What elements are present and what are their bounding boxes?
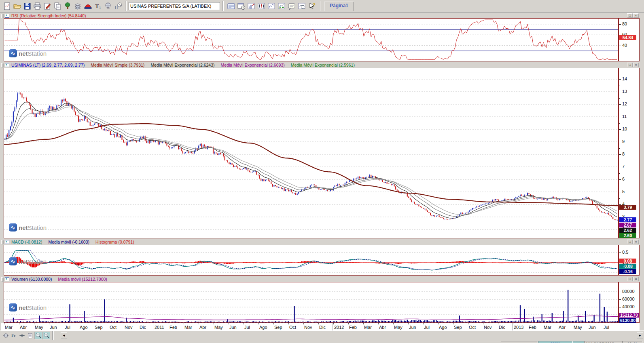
year-separator: [512, 323, 513, 331]
rsi-y-axis[interactable]: 80604054.84: [618, 19, 639, 61]
month-label: Oct: [469, 325, 476, 330]
price-plot[interactable]: ∿netStation: [4, 68, 618, 239]
axis-tick: [619, 154, 621, 155]
layers-button[interactable]: [73, 1, 83, 11]
axis-tick-label: 80000: [622, 289, 635, 294]
month-label: Jun: [589, 325, 596, 330]
status-zoom-cell[interactable]: 100%: [538, 341, 573, 343]
price-legend-item: Media Móvil Exponencial (2.6693): [221, 63, 285, 67]
month-label: Dic: [319, 325, 326, 330]
print-button[interactable]: [32, 1, 42, 11]
panel-close-button[interactable]: ×: [633, 13, 639, 18]
axis-tick-label: 7: [622, 164, 625, 169]
open-button[interactable]: [12, 1, 22, 11]
vol-panel: Volumen (6130.0000)Media móvil (15212.70…: [1, 276, 640, 323]
symbol-input[interactable]: [129, 2, 220, 10]
intraday-chart-button[interactable]: [256, 1, 266, 11]
month-label: Mar: [544, 325, 551, 330]
axis-tick-label: 8: [622, 152, 625, 156]
month-label: Abr: [20, 325, 27, 330]
month-label: Dic: [140, 325, 146, 330]
axis-tick-label: 11: [622, 114, 627, 119]
quote-board-button[interactable]: [226, 1, 236, 11]
indicator-icon: [5, 240, 9, 244]
crosshair-button[interactable]: [18, 332, 26, 339]
price-legend-item: Media Móvil Simple (3.7931): [91, 63, 144, 67]
axis-tick-label: 0.5: [622, 250, 628, 255]
calendar-chart-button[interactable]: [236, 1, 246, 11]
month-tick: [139, 323, 139, 324]
status-time-cell: 10:41: [622, 341, 642, 343]
signal-chart-button[interactable]: A: [277, 1, 286, 11]
save-button[interactable]: [22, 1, 32, 11]
rsi-legend-item: RSI (Relative Strength Index) (54.8440): [11, 13, 86, 18]
tree-button[interactable]: [63, 1, 72, 11]
vol-plot[interactable]: ∿netStation: [4, 282, 618, 323]
signal-chart-icon: A: [277, 2, 286, 11]
zoom-out-button[interactable]: [34, 332, 42, 339]
panel-close-button[interactable]: ×: [633, 240, 639, 244]
month-tick: [528, 323, 528, 324]
month-label: Abr: [199, 325, 206, 330]
notes-button[interactable]: [287, 1, 297, 11]
rsi-panel: RSI (Relative Strength Index) (54.8440) …: [1, 13, 640, 61]
open-icon: [13, 2, 21, 11]
quote-board-icon: [227, 2, 235, 11]
price-panel-body: ∿netStation 1413121110987654323.792.772.…: [4, 68, 640, 238]
panel-close-button[interactable]: ×: [633, 63, 639, 67]
month-tick: [423, 323, 424, 324]
month-tick: [199, 323, 199, 324]
panel-restore-button[interactable]: □: [627, 13, 633, 18]
panel-restore-button[interactable]: □: [627, 63, 633, 67]
panel-restore-button[interactable]: □: [627, 277, 633, 281]
panel-restore-button[interactable]: □: [627, 240, 633, 244]
month-label: Jun: [229, 325, 237, 330]
vol-y-axis[interactable]: 80000600004000015212.706130.00: [618, 282, 639, 322]
chart-settings-button[interactable]: [2, 332, 10, 339]
text-tool-button[interactable]: T1: [93, 1, 103, 11]
month-tick: [154, 323, 154, 324]
price-y-axis[interactable]: 1413121110987654323.792.772.672.622.60: [618, 68, 639, 238]
formula-button[interactable]: Fc: [10, 332, 18, 339]
axis-tick: [619, 253, 621, 253]
month-label: 2011: [155, 325, 164, 330]
price-legend-item: Media Móvil Exponencial (2.6243): [150, 63, 214, 67]
month-tick: [393, 323, 394, 324]
zoom-in-button[interactable]: [42, 332, 50, 339]
status-mode-cell[interactable]: [573, 341, 585, 343]
copy-button[interactable]: [53, 1, 62, 11]
time-chart-button[interactable]: [113, 1, 123, 11]
macd-value-box: 0.08: [619, 259, 636, 263]
line-chart-button[interactable]: [267, 1, 276, 11]
macd-y-axis[interactable]: 0.50.0-0.50.08-0.08-0.16: [618, 245, 639, 275]
scroll-left-button[interactable]: ◄: [61, 332, 67, 339]
month-tick: [19, 323, 19, 324]
vol-legend-item: Volumen (6130.0000): [11, 277, 52, 282]
month-label: May: [394, 325, 402, 330]
month-label: Sep: [95, 325, 103, 330]
chart-search-button[interactable]: [297, 1, 307, 11]
month-label: Jul: [65, 325, 70, 330]
edit-button[interactable]: [42, 1, 52, 11]
scroll-right-button[interactable]: ►: [637, 332, 643, 339]
month-tick: [438, 323, 439, 324]
month-label: Sep: [274, 325, 282, 330]
rsi-plot[interactable]: ∿netStation: [4, 19, 618, 62]
axis-tick: [619, 117, 621, 117]
month-label: May: [35, 325, 43, 330]
panel-close-button[interactable]: ×: [633, 277, 639, 281]
world-button[interactable]: [103, 1, 113, 11]
indicator-icon: [5, 277, 9, 281]
alarm-button[interactable]: [83, 1, 93, 11]
new-chart-button[interactable]: [2, 1, 12, 11]
rsi-panel-body: ∿netStation 80604054.84: [4, 18, 640, 61]
month-tick: [348, 323, 349, 324]
time-axis[interactable]: MarAbrMayJunJulAgoSepOctNovDic2011FebMar…: [1, 323, 640, 331]
page-scroll-button[interactable]: [26, 332, 34, 339]
chart-up-button[interactable]: [246, 1, 256, 11]
macd-plot[interactable]: ∿netStation: [4, 245, 618, 276]
month-tick: [79, 323, 79, 324]
page-tab[interactable]: Página1: [324, 2, 354, 11]
month-tick: [378, 323, 379, 324]
help-pointer-button[interactable]: ?: [307, 1, 317, 11]
